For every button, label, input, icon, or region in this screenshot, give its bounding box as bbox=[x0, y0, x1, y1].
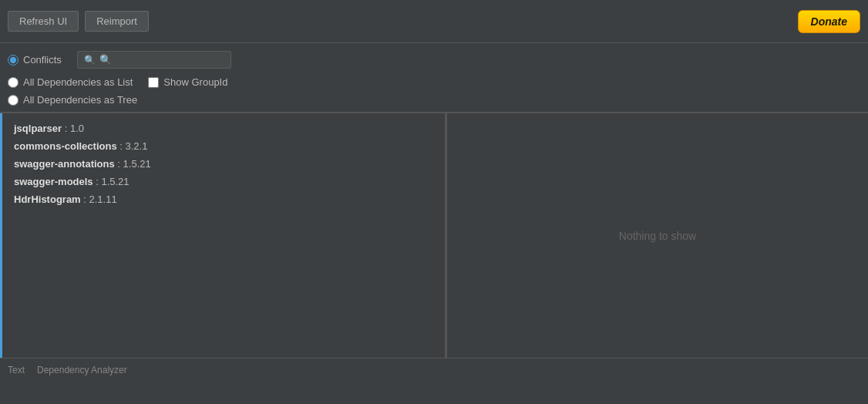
list-item[interactable]: HdrHistogram : 2.1.11 bbox=[0, 190, 445, 208]
all-deps-list-label: All Dependencies as List bbox=[23, 76, 133, 88]
empty-message: Nothing to show bbox=[619, 230, 696, 242]
refresh-ui-button[interactable]: Refresh UI bbox=[8, 11, 79, 32]
all-deps-tree-radio-option[interactable]: All Dependencies as Tree bbox=[8, 94, 137, 106]
dep-version-1: : 3.2.1 bbox=[117, 140, 148, 152]
all-deps-tree-row: All Dependencies as Tree bbox=[0, 91, 868, 113]
main-content: jsqlparser : 1.0 commons-collections : 3… bbox=[0, 113, 868, 358]
donate-button[interactable]: Donate bbox=[798, 10, 860, 33]
bottom-bar: Text Dependency Analyzer bbox=[0, 358, 868, 381]
all-deps-list-radio-option[interactable]: All Dependencies as List bbox=[8, 76, 133, 88]
show-group-id-checkbox-option[interactable]: Show GroupId bbox=[148, 76, 227, 88]
show-group-id-label: Show GroupId bbox=[163, 76, 227, 88]
dep-name-4: HdrHistogram bbox=[14, 194, 81, 205]
all-deps-list-radio[interactable] bbox=[8, 77, 19, 88]
bottom-tab-text[interactable]: Text bbox=[8, 365, 25, 375]
list-item[interactable]: commons-collections : 3.2.1 bbox=[0, 137, 445, 155]
dep-name-2: swagger-annotations bbox=[14, 158, 115, 170]
dep-name-3: swagger-models bbox=[14, 176, 93, 187]
search-box: 🔍 bbox=[77, 51, 231, 69]
reimport-button[interactable]: Reimport bbox=[85, 11, 149, 32]
dep-version-0: : 1.0 bbox=[62, 123, 84, 134]
list-item[interactable]: swagger-models : 1.5.21 bbox=[0, 173, 445, 190]
dep-version-4: : 2.1.11 bbox=[81, 194, 117, 205]
conflicts-label: Conflicts bbox=[23, 54, 62, 66]
search-icon: 🔍 bbox=[84, 55, 96, 66]
left-panel: jsqlparser : 1.0 commons-collections : 3… bbox=[0, 113, 447, 358]
search-input[interactable] bbox=[99, 54, 224, 66]
all-deps-tree-radio[interactable] bbox=[8, 95, 19, 106]
dep-name-1: commons-collections bbox=[14, 140, 117, 152]
top-bar: Refresh UI Reimport Donate bbox=[0, 0, 868, 43]
list-item[interactable]: jsqlparser : 1.0 bbox=[0, 120, 445, 137]
all-deps-list-row: All Dependencies as List Show GroupId bbox=[0, 72, 868, 91]
dep-version-3: : 1.5.21 bbox=[93, 176, 130, 187]
right-panel: Nothing to show bbox=[447, 113, 868, 358]
show-group-id-checkbox[interactable] bbox=[148, 77, 159, 88]
conflicts-radio-option[interactable]: Conflicts bbox=[8, 54, 62, 66]
toolbar-left: Refresh UI Reimport bbox=[8, 11, 149, 32]
bottom-tab-dependency-analyzer[interactable]: Dependency Analyzer bbox=[37, 365, 127, 375]
dep-version-2: : 1.5.21 bbox=[115, 158, 151, 170]
list-item[interactable]: swagger-annotations : 1.5.21 bbox=[0, 155, 445, 173]
dep-name-0: jsqlparser bbox=[14, 123, 62, 134]
all-deps-tree-label: All Dependencies as Tree bbox=[23, 94, 137, 106]
conflicts-row: Conflicts 🔍 bbox=[0, 43, 868, 72]
conflicts-radio[interactable] bbox=[8, 55, 19, 66]
